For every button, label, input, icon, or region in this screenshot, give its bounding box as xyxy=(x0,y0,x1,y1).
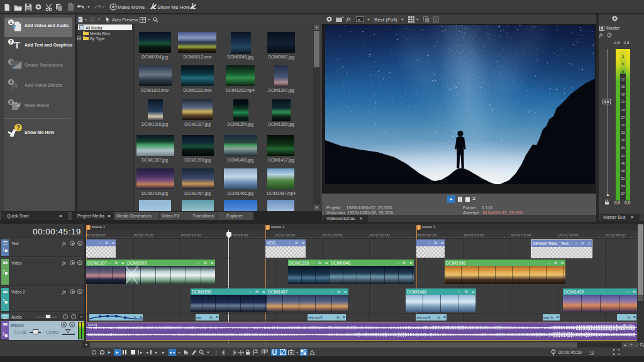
svg-text:?: ? xyxy=(16,124,20,131)
